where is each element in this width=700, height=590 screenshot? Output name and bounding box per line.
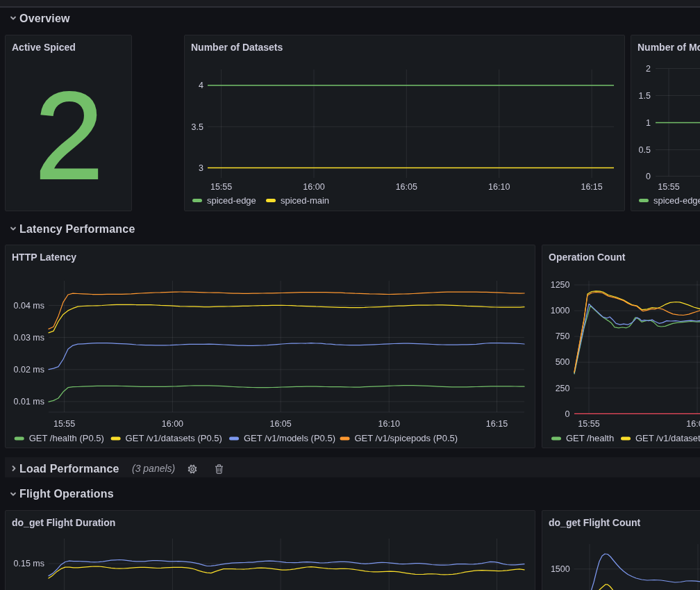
svg-text:GET /health: GET /health — [566, 433, 614, 443]
svg-text:500: 500 — [556, 357, 570, 367]
svg-text:1500: 1500 — [551, 564, 570, 574]
svg-text:16:10: 16:10 — [378, 419, 400, 429]
svg-text:4: 4 — [199, 81, 203, 90]
svg-text:16:00: 16:00 — [303, 182, 324, 192]
svg-text:15:55: 15:55 — [53, 419, 75, 429]
svg-text:16:00: 16:00 — [162, 419, 183, 429]
svg-text:0.03 ms: 0.03 ms — [14, 333, 44, 343]
svg-text:0: 0 — [565, 409, 570, 419]
svg-text:spiced-edge: spiced-edge — [207, 195, 256, 206]
svg-text:16:10: 16:10 — [488, 182, 510, 192]
svg-text:15:55: 15:55 — [658, 182, 679, 192]
svg-text:2: 2 — [646, 64, 651, 74]
svg-text:16:15: 16:15 — [581, 182, 602, 192]
svg-text:spiced-main: spiced-main — [281, 195, 329, 206]
svg-text:3: 3 — [199, 163, 203, 173]
svg-text:0.5: 0.5 — [639, 145, 651, 155]
svg-text:0.01 ms: 0.01 ms — [14, 397, 44, 407]
svg-text:16:05: 16:05 — [269, 419, 291, 429]
svg-text:GET /health (P0.5): GET /health (P0.5) — [29, 433, 104, 443]
svg-text:250: 250 — [556, 384, 570, 393]
svg-text:15:55: 15:55 — [578, 419, 599, 429]
svg-text:GET /v1/spicepods (P0.5): GET /v1/spicepods (P0.5) — [355, 433, 458, 443]
svg-text:1.5: 1.5 — [639, 91, 651, 101]
svg-text:GET /v1/models (P0.5): GET /v1/models (P0.5) — [244, 433, 335, 443]
svg-text:0.15 ms: 0.15 ms — [14, 559, 44, 568]
svg-text:0.04 ms: 0.04 ms — [14, 301, 44, 311]
svg-text:3.5: 3.5 — [192, 122, 203, 132]
svg-text:GET /v1/datasets: GET /v1/datasets — [635, 433, 700, 443]
svg-text:15:55: 15:55 — [210, 182, 232, 192]
svg-text:GET /v1/datasets (P0.5): GET /v1/datasets (P0.5) — [126, 433, 222, 443]
svg-text:750: 750 — [556, 331, 570, 341]
svg-text:1000: 1000 — [551, 306, 570, 316]
svg-text:0.02 ms: 0.02 ms — [14, 365, 44, 375]
svg-text:0: 0 — [646, 172, 651, 181]
svg-text:16:15: 16:15 — [486, 419, 508, 429]
svg-text:16:00: 16:00 — [686, 419, 700, 429]
svg-text:1: 1 — [646, 118, 651, 128]
svg-text:16:05: 16:05 — [396, 182, 417, 192]
svg-text:spiced-edge: spiced-edge — [653, 195, 700, 206]
svg-text:1250: 1250 — [551, 280, 570, 290]
